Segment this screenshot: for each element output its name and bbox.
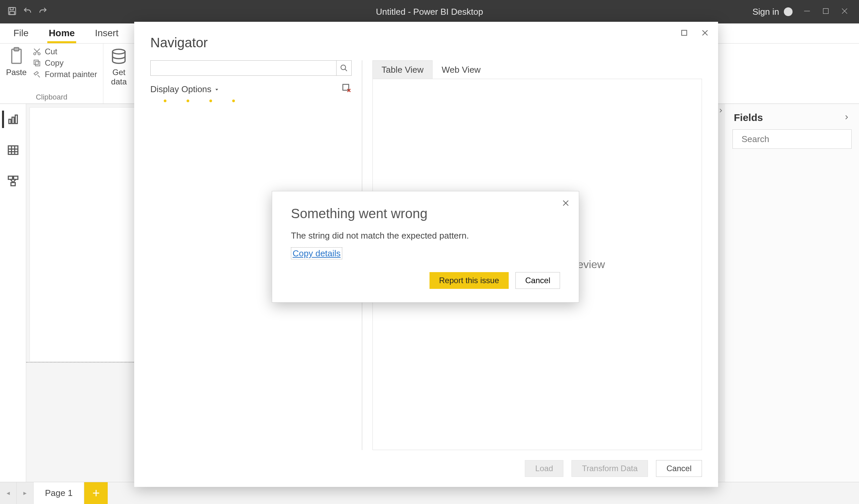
svg-point-15 bbox=[113, 49, 125, 54]
minimize-button[interactable] bbox=[803, 7, 811, 17]
navigator-maximize-button[interactable] bbox=[680, 29, 689, 38]
svg-rect-18 bbox=[15, 115, 17, 123]
copy-label: Copy bbox=[45, 58, 63, 68]
svg-rect-14 bbox=[34, 60, 39, 64]
web-view-tab[interactable]: Web View bbox=[433, 60, 489, 79]
fields-search-input[interactable] bbox=[741, 134, 850, 144]
report-view-button[interactable] bbox=[2, 111, 22, 128]
navigator-search-button[interactable] bbox=[336, 60, 352, 76]
display-options-label: Display Options bbox=[150, 84, 211, 95]
clipboard-group-label: Clipboard bbox=[6, 92, 97, 101]
paste-button[interactable]: Paste bbox=[6, 47, 27, 77]
chevron-down-icon bbox=[214, 87, 220, 92]
svg-point-34 bbox=[341, 65, 346, 70]
table-view-tab[interactable]: Table View bbox=[373, 60, 433, 79]
tab-file[interactable]: File bbox=[10, 25, 32, 43]
fields-search[interactable] bbox=[733, 129, 852, 149]
format-painter-button[interactable]: Format painter bbox=[32, 70, 97, 79]
page-prev-button[interactable]: ◄ bbox=[0, 482, 17, 504]
svg-rect-2 bbox=[10, 11, 14, 14]
undo-icon[interactable] bbox=[23, 6, 32, 17]
tab-home[interactable]: Home bbox=[45, 25, 78, 43]
navigator-search-input[interactable] bbox=[150, 60, 336, 76]
cut-label: Cut bbox=[45, 47, 57, 56]
page-tab[interactable]: Page 1 bbox=[33, 482, 84, 504]
format-painter-label: Format painter bbox=[45, 70, 97, 79]
error-dialog: Something went wrong The string did not … bbox=[272, 191, 579, 303]
copy-details-link[interactable]: Copy details bbox=[291, 247, 342, 259]
page-next-button[interactable]: ► bbox=[17, 482, 33, 504]
close-button[interactable] bbox=[840, 7, 849, 17]
svg-rect-26 bbox=[11, 183, 15, 186]
error-title: Something went wrong bbox=[291, 206, 560, 221]
data-view-button[interactable] bbox=[3, 141, 23, 159]
sign-in-label: Sign in bbox=[753, 7, 780, 17]
transform-data-button: Transform Data bbox=[571, 460, 648, 477]
navigator-close-button[interactable] bbox=[700, 29, 709, 38]
navigator-cancel-button[interactable]: Cancel bbox=[656, 460, 702, 477]
svg-line-35 bbox=[345, 69, 347, 71]
copy-button[interactable]: Copy bbox=[32, 58, 97, 68]
svg-rect-25 bbox=[13, 176, 18, 179]
load-button: Load bbox=[525, 460, 563, 477]
svg-rect-13 bbox=[35, 62, 40, 66]
svg-rect-4 bbox=[823, 9, 828, 13]
fields-expand-icon[interactable] bbox=[843, 112, 850, 123]
maximize-button[interactable] bbox=[822, 7, 830, 17]
svg-rect-16 bbox=[9, 119, 11, 124]
window-title: Untitled - Power BI Desktop bbox=[376, 7, 483, 17]
loading-indicator bbox=[164, 99, 352, 102]
title-bar: Untitled - Power BI Desktop Sign in bbox=[0, 0, 859, 23]
avatar-icon bbox=[784, 7, 793, 16]
fields-title: Fields bbox=[734, 112, 763, 123]
svg-rect-1 bbox=[10, 8, 13, 10]
save-icon[interactable] bbox=[7, 6, 17, 17]
navigator-title: Navigator bbox=[150, 35, 702, 50]
report-issue-button[interactable]: Report this issue bbox=[430, 272, 509, 289]
error-message: The string did not match the expected pa… bbox=[291, 231, 560, 241]
svg-rect-8 bbox=[14, 48, 19, 51]
redo-icon[interactable] bbox=[38, 6, 48, 17]
add-page-button[interactable]: + bbox=[84, 482, 108, 504]
cut-button[interactable]: Cut bbox=[32, 47, 97, 56]
fields-pane: Fields bbox=[725, 104, 859, 482]
get-data-label: Get data bbox=[111, 68, 127, 86]
svg-rect-24 bbox=[8, 176, 12, 179]
svg-rect-31 bbox=[681, 30, 687, 35]
svg-marker-36 bbox=[215, 89, 218, 91]
svg-rect-19 bbox=[8, 146, 18, 154]
error-close-button[interactable] bbox=[561, 199, 570, 209]
sign-in-button[interactable]: Sign in bbox=[753, 7, 793, 17]
display-options-dropdown[interactable]: Display Options bbox=[150, 84, 220, 95]
tab-insert[interactable]: Insert bbox=[92, 25, 122, 43]
view-bar bbox=[0, 104, 26, 482]
error-cancel-button[interactable]: Cancel bbox=[515, 272, 560, 289]
model-view-button[interactable] bbox=[3, 172, 23, 190]
refresh-icon[interactable] bbox=[342, 83, 352, 95]
get-data-button[interactable]: Get data bbox=[109, 47, 128, 86]
svg-rect-17 bbox=[12, 117, 14, 124]
paste-label: Paste bbox=[6, 68, 27, 77]
